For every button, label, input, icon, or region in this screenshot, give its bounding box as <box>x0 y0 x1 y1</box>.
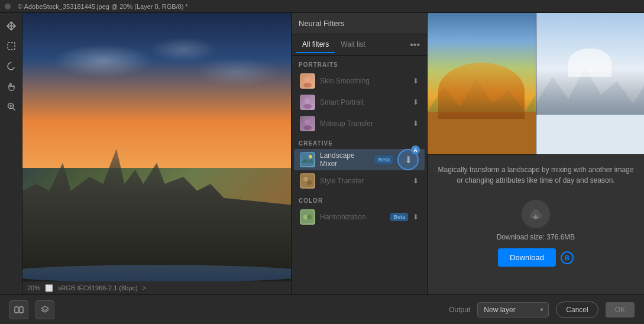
svg-point-6 <box>305 119 310 125</box>
section-creative: CREATIVE <box>292 134 427 149</box>
svg-point-9 <box>309 155 312 158</box>
hand-tool[interactable] <box>3 78 20 95</box>
autumn-foliage <box>438 63 525 119</box>
skin-smoothing-icon <box>300 73 315 89</box>
marquee-tool[interactable] <box>3 38 20 54</box>
preview-panel: Magically transform a landscape by mixin… <box>428 13 644 294</box>
cursor-circle: ⬇ A <box>397 149 419 170</box>
filter-item-style-transfer[interactable]: Style Transfer ⬇ <box>294 170 425 192</box>
canvas-image <box>22 13 291 294</box>
style-transfer-icon <box>300 173 315 189</box>
svg-rect-10 <box>301 174 314 187</box>
filter-list: PORTRAITS Skin Smoothing ⬇ Smart Portrai… <box>292 56 427 294</box>
compare-view-button[interactable] <box>9 300 28 319</box>
download-btn-row: Download B <box>498 248 574 267</box>
svg-rect-17 <box>20 307 23 313</box>
svg-point-15 <box>307 215 312 219</box>
more-options-icon[interactable]: ••• <box>407 40 422 50</box>
filter-item-harmonization[interactable]: Harmonization Beta ⬇ <box>294 206 425 228</box>
landscape-mixer-label: Landscape Mixer <box>320 151 370 168</box>
autumn-preview <box>428 13 536 154</box>
style-transfer-label: Style Transfer <box>320 177 408 185</box>
svg-point-3 <box>303 83 312 88</box>
preview-image-left <box>428 13 536 154</box>
tab-wait-list[interactable]: Wait list <box>335 37 371 53</box>
layers-button[interactable] <box>35 300 54 319</box>
download-area: Download size: 376.6MB Download B <box>428 195 644 271</box>
color-profile: sRGB IEC61966-2.1 (8bpc) <box>58 284 138 291</box>
style-transfer-download-icon[interactable]: ⬇ <box>413 177 419 185</box>
output-select[interactable]: New layerCurrent layerNew documentSmart … <box>477 302 549 317</box>
cancel-button[interactable]: Cancel <box>556 302 598 318</box>
cursor-label-a: A <box>411 145 420 154</box>
download-button[interactable]: Download <box>498 248 556 267</box>
landscape-mixer-download-area[interactable]: ⬇ A <box>397 149 419 170</box>
svg-rect-16 <box>15 307 18 313</box>
color-profile-icon: ⬜ <box>45 284 53 292</box>
navigate-right-icon[interactable]: > <box>143 284 146 291</box>
svg-rect-0 <box>8 43 15 50</box>
svg-point-2 <box>305 77 310 83</box>
left-toolbar <box>0 13 22 294</box>
landscape-mixer-beta-badge: Beta <box>375 155 393 164</box>
harmonization-label: Harmonization <box>320 213 386 221</box>
makeup-transfer-icon <box>300 116 315 131</box>
close-button[interactable] <box>5 4 11 9</box>
panel-header: Neural Filters <box>292 13 427 34</box>
zoom-level: 20% <box>27 284 40 291</box>
canvas-footer: 20% ⬜ sRGB IEC61966-2.1 (8bpc) > <box>22 281 291 294</box>
smart-portrait-label: Smart Portrait <box>320 98 408 106</box>
harmonization-download-icon[interactable]: ⬇ <box>413 213 419 221</box>
canvas-area: 20% ⬜ sRGB IEC61966-2.1 (8bpc) > <box>22 13 292 294</box>
svg-point-5 <box>303 104 312 109</box>
svg-point-7 <box>303 125 312 130</box>
tab-all-filters[interactable]: All filters <box>296 37 335 53</box>
filter-item-landscape-mixer[interactable]: Landscape Mixer Beta ⬇ A <box>294 149 425 170</box>
svg-point-12 <box>307 180 312 185</box>
preview-description: Magically transform a landscape by mixin… <box>428 155 644 195</box>
winter-preview <box>536 13 645 154</box>
snow-cap <box>568 48 611 77</box>
download-size-label: Download size: 376.6MB <box>497 233 575 241</box>
makeup-transfer-label: Makeup Transfer <box>320 119 408 128</box>
skin-smoothing-download-icon[interactable]: ⬇ <box>413 77 419 85</box>
output-label: Output <box>449 306 470 314</box>
badge-b: B <box>561 251 574 264</box>
section-portraits: PORTRAITS <box>292 56 427 70</box>
snow-ground <box>536 115 645 154</box>
smart-portrait-icon <box>300 95 315 110</box>
tabs-row: All filters Wait list ••• <box>292 34 427 56</box>
landscape-mixer-icon <box>300 152 315 167</box>
preview-image-right <box>536 13 645 154</box>
water <box>22 265 291 283</box>
section-color: COLOR <box>292 192 427 206</box>
neural-filters-panel: Neural Filters All filters Wait list •••… <box>292 13 428 294</box>
filter-item-smart-portrait[interactable]: Smart Portrait ⬇ <box>294 92 425 113</box>
filter-item-makeup-transfer[interactable]: Makeup Transfer ⬇ <box>294 113 425 134</box>
smart-portrait-download-icon[interactable]: ⬇ <box>413 98 419 106</box>
svg-point-4 <box>305 98 310 104</box>
bottom-bar: Output New layerCurrent layerNew documen… <box>0 294 644 324</box>
svg-point-11 <box>303 177 308 182</box>
harmonization-beta-badge: Beta <box>390 213 408 221</box>
zoom-tool[interactable] <box>3 98 20 115</box>
lasso-tool[interactable] <box>3 58 20 74</box>
ok-button[interactable]: OK <box>606 302 635 317</box>
move-tool[interactable] <box>3 18 20 34</box>
title-bar: © AdobeStock_353181445.jpeg @ 20% (Layer… <box>0 0 644 13</box>
makeup-transfer-download-icon[interactable]: ⬇ <box>413 119 419 128</box>
preview-images <box>428 13 644 155</box>
main-layout: 20% ⬜ sRGB IEC61966-2.1 (8bpc) > Neural … <box>0 13 644 294</box>
window-title: © AdobeStock_353181445.jpeg @ 20% (Layer… <box>18 3 188 10</box>
download-arrow-icon: ⬇ <box>404 154 412 166</box>
clouds <box>22 27 291 140</box>
skin-smoothing-label: Skin Smoothing <box>320 77 408 85</box>
svg-rect-8 <box>301 153 314 166</box>
filter-item-skin-smoothing[interactable]: Skin Smoothing ⬇ <box>294 70 425 92</box>
panel-title: Neural Filters <box>299 19 344 28</box>
harmonization-icon <box>300 209 315 225</box>
output-select-wrapper[interactable]: New layerCurrent layerNew documentSmart … <box>477 302 549 317</box>
download-cloud-icon <box>522 200 550 228</box>
